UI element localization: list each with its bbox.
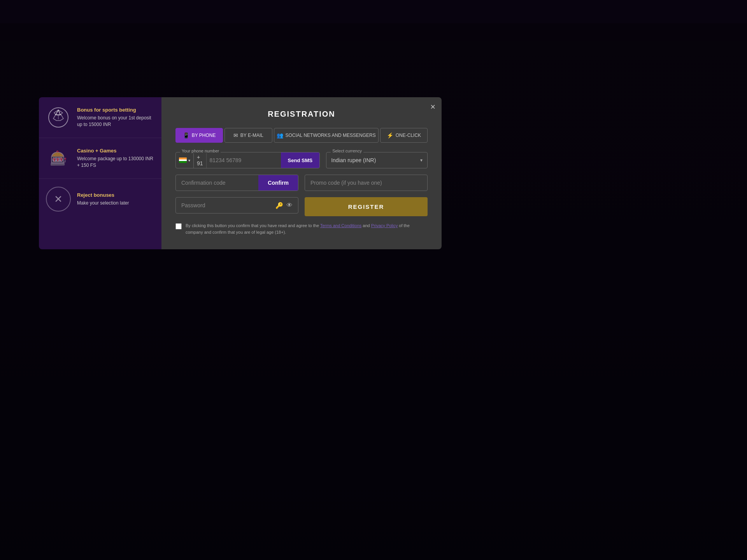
casino-icon-wrap: 🎰	[46, 146, 71, 171]
registration-tabs: 📱 BY PHONE ✉ BY E-MAIL 👥 SOCIAL NETWORKS…	[175, 128, 428, 143]
tab-one-click[interactable]: ⚡ ONE-CLICK	[380, 128, 428, 143]
phone-number-input[interactable]	[207, 152, 281, 168]
phone-tab-icon: 📱	[183, 132, 189, 138]
tab-by-email-label: BY E-MAIL	[240, 133, 263, 138]
reject-bonus-desc: Make your selection later	[77, 200, 129, 206]
reject-bonus-title: Reject bonuses	[77, 192, 129, 198]
casino-bonus-desc: Welcome package up to 130000 INR + 150 F…	[77, 156, 154, 169]
sports-icon-wrap	[46, 105, 71, 130]
casino-icon: 🎰	[50, 150, 67, 166]
casino-bonus-title: Casino + Games	[77, 148, 154, 154]
country-flag-dropdown[interactable]: ▾	[176, 152, 194, 168]
close-button[interactable]: ×	[430, 103, 435, 111]
sports-bonus-title: Bonus for sports betting	[77, 107, 154, 113]
reject-icon: ✕	[46, 187, 71, 212]
terms-text-before: By clicking this button you confirm that…	[186, 223, 320, 228]
tab-by-phone-label: BY PHONE	[192, 133, 216, 138]
reject-bonus-text: Reject bonuses Make your selection later	[77, 192, 129, 206]
india-flag-icon	[179, 158, 187, 163]
terms-text: By clicking this button you confirm that…	[186, 222, 428, 235]
bonus-item-casino[interactable]: 🎰 Casino + Games Welcome package up to 1…	[39, 138, 161, 179]
soccer-ball-icon	[48, 107, 69, 128]
casino-bonus-text: Casino + Games Welcome package up to 130…	[77, 148, 154, 169]
tab-by-phone[interactable]: 📱 BY PHONE	[175, 128, 223, 143]
confirmation-code-input[interactable]	[176, 175, 258, 191]
terms-row: By clicking this button you confirm that…	[175, 222, 428, 235]
confirm-button[interactable]: Confirm	[258, 175, 298, 191]
register-button[interactable]: REGISTER	[305, 197, 428, 216]
tab-social-label: SOCIAL NETWORKS AND MESSENGERS	[286, 133, 376, 138]
terms-and-conditions-link[interactable]: Terms and Conditions	[320, 223, 361, 228]
phone-field-group: Your phone number ▾ + 91 Send SMS	[175, 152, 320, 168]
bonus-item-reject[interactable]: ✕ Reject bonuses Make your selection lat…	[39, 179, 161, 219]
password-input[interactable]	[180, 198, 274, 213]
terms-checkbox[interactable]	[175, 223, 182, 229]
eye-icon[interactable]: 👁	[285, 202, 294, 209]
privacy-policy-link[interactable]: Privacy Policy	[371, 223, 398, 228]
tab-by-email[interactable]: ✉ BY E-MAIL	[224, 128, 272, 143]
bonus-item-sports[interactable]: Bonus for sports betting Welcome bonus o…	[39, 97, 161, 138]
form-row-password-register: 🔑 👁 REGISTER	[175, 197, 428, 216]
confirm-input-wrap: Confirm	[175, 175, 298, 191]
tab-one-click-label: ONE-CLICK	[396, 133, 421, 138]
currency-field-group: Select currency Indian rupee (INR) USD E…	[326, 152, 428, 168]
sports-bonus-text: Bonus for sports betting Welcome bonus o…	[77, 107, 154, 128]
svg-marker-3	[54, 110, 58, 115]
registration-title: REGISTRATION	[175, 110, 428, 119]
password-input-wrap: 🔑 👁	[175, 197, 298, 214]
oneclick-tab-icon: ⚡	[387, 132, 393, 138]
tab-social[interactable]: 👥 SOCIAL NETWORKS AND MESSENGERS	[274, 128, 379, 143]
promo-code-input[interactable]	[305, 175, 428, 191]
registration-panel: × REGISTRATION 📱 BY PHONE ✉ BY E-MAIL 👥 …	[161, 97, 442, 249]
modal-wrapper: Bonus for sports betting Welcome bonus o…	[39, 97, 442, 249]
currency-select-wrap: Indian rupee (INR) USD EUR ▾	[326, 152, 428, 168]
bonus-panel: Bonus for sports betting Welcome bonus o…	[39, 97, 161, 249]
email-tab-icon: ✉	[233, 132, 238, 138]
send-sms-button[interactable]: Send SMS	[281, 152, 320, 168]
terms-text-mid: and	[361, 223, 371, 228]
svg-marker-2	[58, 110, 63, 115]
password-field-group: 🔑 👁	[175, 197, 298, 216]
currency-label: Select currency	[331, 149, 363, 153]
phone-prefix: + 91	[194, 152, 207, 168]
chevron-down-icon: ▾	[188, 158, 190, 163]
confirmation-field-group: Confirm	[175, 175, 298, 191]
reject-icon-wrap: ✕	[46, 187, 71, 212]
currency-select[interactable]: Indian rupee (INR) USD EUR	[331, 152, 420, 168]
promo-field-group	[305, 175, 428, 191]
form-row-confirm-promo: Confirm	[175, 175, 428, 191]
phone-input-wrap: ▾ + 91 Send SMS	[175, 152, 320, 168]
register-button-group: REGISTER	[305, 197, 428, 216]
currency-chevron-icon: ▾	[420, 158, 423, 163]
form-row-phone-currency: Your phone number ▾ + 91 Send SMS Select…	[175, 152, 428, 168]
social-tab-icon: 👥	[277, 132, 283, 138]
sports-bonus-desc: Welcome bonus on your 1st deposit up to …	[77, 115, 154, 128]
key-icon: 🔑	[274, 202, 285, 209]
phone-label: Your phone number	[180, 149, 221, 153]
dark-overlay	[0, 0, 747, 560]
